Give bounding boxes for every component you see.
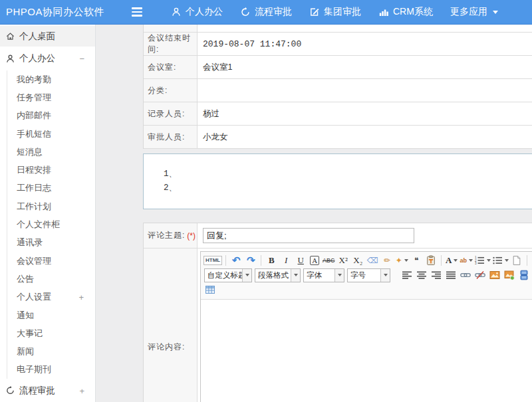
sidebar-item-news[interactable]: 新闻	[7, 342, 95, 360]
strikethrough-icon[interactable]: ABC	[322, 254, 335, 267]
sidebar-item-short-message[interactable]: 短消息	[7, 143, 95, 161]
eraser-icon[interactable]: ⌫	[366, 254, 379, 267]
sidebar-item-workflow-approval[interactable]: 流程审批 +	[0, 379, 95, 402]
format-brush-icon[interactable]: ✏	[380, 254, 394, 267]
video-icon[interactable]	[517, 268, 531, 282]
sidebar-item-label: 个人办公	[19, 52, 55, 64]
chevron-down-icon	[505, 259, 509, 262]
font-family-select[interactable]: 字体	[303, 268, 344, 282]
edit-icon	[309, 7, 320, 17]
sidebar-item-label: 新闻	[17, 346, 34, 357]
custom-heading-select[interactable]: 自定义标题	[204, 268, 252, 282]
align-center-icon[interactable]	[415, 268, 428, 282]
table-row-meeting-end-time: 会议结束时间:2019-08-07 11:47:00	[144, 33, 532, 56]
font-size-select-value: 字号	[348, 270, 380, 280]
italic-icon[interactable]: I	[279, 254, 293, 267]
align-right-icon[interactable]	[430, 268, 443, 282]
redo-icon[interactable]: ↷	[244, 254, 257, 267]
image-icon[interactable]	[488, 268, 501, 282]
sidebar-item-work-log[interactable]: 工作日志	[7, 179, 95, 197]
chevron-down-icon[interactable]	[334, 269, 344, 282]
sidebar-item-personal-office[interactable]: 个人办公 −	[0, 47, 95, 70]
cycle-icon	[5, 385, 15, 395]
comment-subject-row: 评论主题: (*)	[144, 223, 532, 249]
sidebar-item-personal-file-cabinet[interactable]: 个人文件柜	[7, 215, 95, 233]
sidebar-item-internal-mail[interactable]: 内部邮件	[7, 107, 95, 125]
new-page-icon[interactable]	[510, 254, 523, 267]
sidebar-item-personal-desktop[interactable]: 个人桌面	[0, 26, 95, 47]
sidebar-item-memorabilia[interactable]: 大事记	[7, 324, 95, 342]
sidebar-item-announcement[interactable]: 公告	[7, 270, 95, 288]
unordered-list-icon[interactable]	[492, 254, 509, 267]
sidebar-item-mobile-sms[interactable]: 手机短信	[7, 125, 95, 143]
sidebar-item-label: 个人设置	[17, 291, 51, 303]
sidebar-item-personal-settings[interactable]: 个人设置+	[7, 288, 95, 306]
font-size-select[interactable]: 字号	[347, 268, 390, 282]
sidebar-item-schedule[interactable]: 日程安排	[7, 161, 95, 179]
nav-label: 个人办公	[186, 6, 223, 18]
align-left-icon[interactable]	[400, 268, 414, 282]
chevron-down-icon[interactable]	[380, 269, 390, 282]
cycle-icon	[240, 7, 251, 17]
link-icon[interactable]	[459, 268, 472, 282]
paragraph-format-select[interactable]: 段落格式	[255, 268, 301, 282]
sidebar-item-notice[interactable]: 通知	[7, 306, 95, 324]
font-color-icon[interactable]: A	[445, 254, 458, 267]
ordered-list-icon[interactable]: 123	[474, 254, 491, 267]
chevron-down-icon	[404, 259, 408, 262]
sidebar-item-contacts[interactable]: 通讯录	[7, 234, 95, 252]
menu-toggle-icon[interactable]	[132, 7, 142, 17]
approver-value: 小龙女	[198, 126, 532, 148]
comment-subject-input[interactable]	[203, 228, 414, 243]
nav-label: 流程审批	[255, 6, 292, 18]
insert-table-icon[interactable]	[203, 283, 217, 296]
sidebar-item-e-journal[interactable]: 电子期刊	[7, 361, 95, 379]
chevron-down-icon[interactable]	[242, 269, 251, 282]
sidebar-item-label: 短消息	[17, 146, 43, 158]
sidebar-item-meeting-management[interactable]: 会议管理	[7, 252, 95, 270]
expand-icon[interactable]: +	[79, 385, 84, 395]
nav-crm-system[interactable]: CRM系统	[370, 0, 442, 25]
unlink-icon[interactable]	[473, 268, 487, 282]
toolbar-separator	[225, 255, 226, 266]
font-border-icon[interactable]: A	[310, 256, 319, 265]
editor-content-area[interactable]	[201, 300, 532, 402]
underline-icon[interactable]: U	[294, 254, 307, 267]
person-icon	[171, 7, 182, 17]
subscript-icon[interactable]: X₂	[351, 254, 364, 267]
insert-image-icon[interactable]	[503, 268, 516, 282]
sidebar-item-work-plan[interactable]: 工作计划	[7, 197, 95, 215]
nav-personal-office[interactable]: 个人办公	[162, 0, 231, 25]
comment-form-table: 评论主题: (*) 评论内容: HTML↶↷BIUAABCX²X₂⌫✏	[143, 223, 532, 402]
toolbar-separator	[261, 255, 261, 266]
sidebar-item-my-attendance[interactable]: 我的考勤	[7, 70, 95, 88]
sidebar-item-label: 流程审批	[19, 385, 55, 397]
nav-group-approval[interactable]: 集团审批	[301, 0, 370, 25]
nav-workflow-approval[interactable]: 流程审批	[231, 0, 301, 25]
meeting-form-table: 会议结束时间:2019-08-07 11:47:00会议室:会议室1分类:记录人…	[143, 25, 532, 149]
table-row-recorder: 记录人员:杨过	[144, 102, 532, 126]
highlight-color-icon[interactable]: ab	[460, 254, 473, 267]
html-source-button[interactable]: HTML	[203, 254, 222, 267]
collapse-icon[interactable]: −	[79, 54, 84, 64]
auto-typeset-icon[interactable]: ✦	[395, 254, 408, 267]
toolbar-separator	[441, 255, 442, 266]
custom-heading-select-value: 自定义标题	[205, 270, 242, 280]
sidebar-item-task-management[interactable]: 任务管理	[7, 88, 95, 106]
align-justify-icon[interactable]	[444, 268, 458, 282]
meeting-room-value: 会议室1	[198, 56, 532, 78]
sidebar-item-label: 电子期刊	[17, 363, 51, 375]
superscript-icon[interactable]: X²	[336, 254, 350, 267]
chevron-down-icon[interactable]	[291, 269, 300, 282]
sidebar-item-label: 手机短信	[17, 128, 51, 140]
bold-icon[interactable]: B	[265, 254, 278, 267]
blockquote-icon[interactable]: ❝	[410, 254, 423, 267]
paste-to-text-icon[interactable]	[424, 254, 438, 267]
sidebar-item-label: 工作计划	[17, 201, 51, 213]
undo-icon[interactable]: ↶	[229, 254, 243, 267]
nav-more-apps[interactable]: 更多应用	[442, 0, 507, 25]
sidebar: 个人桌面 个人办公 − 我的考勤任务管理内部邮件手机短信短消息日程安排工作日志工…	[0, 25, 96, 402]
nav-label: 更多应用	[450, 6, 487, 18]
expand-icon[interactable]: +	[78, 292, 84, 302]
chart-icon	[378, 7, 389, 17]
